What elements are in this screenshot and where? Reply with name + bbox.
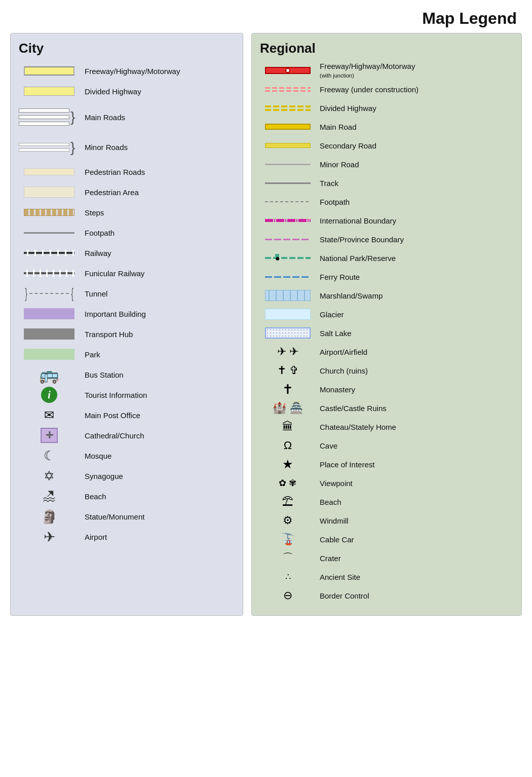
reg-monastery-icon: ✝ [282, 382, 293, 397]
list-item: Freeway/Highway/Motorway [19, 61, 235, 81]
important-building-icon [24, 308, 74, 319]
bus-icon: 🚌 [34, 365, 64, 384]
reg-place-interest-label: Place of Interest [316, 460, 374, 469]
list-item: ✝ ✞ Church (ruins) [260, 361, 513, 380]
reg-freeway-construction-symbol [260, 87, 316, 92]
reg-main-road-icon [265, 124, 311, 130]
reg-church-symbol: ✝ ✞ [260, 364, 316, 377]
reg-glacier-symbol [260, 309, 316, 320]
reg-freeway-icon [265, 67, 311, 74]
list-item: International Boundary [260, 211, 513, 230]
reg-border-control-icon: ⊖ [283, 589, 292, 602]
reg-star-symbol: ★ [260, 457, 316, 471]
reg-freeway-symbol [260, 67, 316, 74]
reg-intl-boundary-label: International Boundary [316, 216, 396, 225]
reg-chateau-label: Chateau/Stately Home [316, 423, 396, 431]
list-item: Track [260, 174, 513, 192]
reg-track-symbol [260, 182, 316, 184]
reg-divided-symbol [260, 105, 316, 111]
list-item: 🏖 Beach [19, 487, 235, 506]
reg-national-park-symbol: ● [260, 254, 316, 262]
footpath-icon [24, 232, 74, 234]
railway-symbol [19, 250, 80, 256]
reg-main-road-symbol [260, 124, 316, 130]
reg-divided-label: Divided Highway [316, 104, 376, 113]
list-item: Main Road [260, 118, 513, 136]
transport-hub-label: Transport Hub [80, 330, 133, 339]
reg-windmill-icon: ⚙ [283, 514, 293, 527]
list-item: ✿ ✾ Viewpoint [260, 474, 513, 492]
reg-chateau-icon: 🏛 [282, 420, 293, 433]
reg-track-icon [265, 182, 311, 184]
reg-castle-label: Castle/Castle Ruins [316, 404, 387, 413]
pedestrian-area-symbol [19, 187, 80, 198]
railway-label: Railway [80, 249, 111, 257]
list-item: Secondary Road [260, 136, 513, 155]
list-item: ★ Place of Interest [260, 455, 513, 473]
reg-freeway-construction-icon [265, 87, 311, 92]
park-label: Park [80, 350, 100, 359]
minor-roads-symbol: } [19, 140, 80, 155]
list-item: Transport Hub [19, 324, 235, 344]
list-item: Funicular Railway [19, 264, 235, 283]
reg-footpath-label: Footpath [316, 198, 350, 206]
reg-marshland-icon [265, 290, 311, 301]
reg-ancient-site-label: Ancient Site [316, 573, 360, 581]
regional-heading: Regional [260, 41, 513, 56]
pedestrian-area-icon [24, 187, 74, 198]
cathedral-icon: ✛ [41, 428, 58, 443]
list-item: ⚙ Windmill [260, 511, 513, 530]
reg-ferry-label: Ferry Route [316, 273, 360, 281]
reg-salt-lake-label: Salt Lake [316, 329, 352, 338]
reg-glacier-label: Glacier [316, 310, 344, 319]
reg-main-road-label: Main Road [316, 123, 357, 131]
list-item: Minor Road [260, 155, 513, 173]
reg-beach-symbol: ⛱ [260, 495, 316, 508]
reg-freeway-label: Freeway/Highway/Motorway (with junction) [316, 62, 415, 79]
reg-secondary-road-symbol [260, 143, 316, 148]
post-office-label: Main Post Office [80, 411, 140, 420]
reg-minor-road-label: Minor Road [316, 160, 359, 169]
beach-icon: 🏖 [34, 489, 64, 504]
reg-cave-symbol: Ω [260, 439, 316, 452]
list-item: Railway [19, 243, 235, 263]
list-item: 🚡 Cable Car [260, 530, 513, 548]
list-item: ✡ Synagogue [19, 466, 235, 486]
airport-label: Airport [80, 533, 107, 541]
reg-cave-label: Cave [316, 441, 337, 450]
list-item: 🏰 🏯 Castle/Castle Ruins [260, 399, 513, 417]
bus-station-label: Bus Station [80, 371, 124, 379]
pedestrian-road-icon [24, 168, 74, 175]
tunnel-label: Tunnel [80, 289, 107, 298]
list-item: Divided Highway [260, 99, 513, 117]
list-item: Salt Lake [260, 324, 513, 342]
tunnel-icon: } } [24, 288, 74, 299]
list-item: Pedestrian Area [19, 182, 235, 202]
reg-national-park-icon: ● [265, 254, 311, 262]
reg-beach-icon: ⛱ [282, 495, 293, 508]
airport-symbol: ✈ [19, 529, 80, 545]
freeway-label: Freeway/Highway/Motorway [80, 67, 180, 76]
reg-intl-boundary-icon [265, 219, 311, 222]
regional-column: Regional Freeway/Highway/Motorway (with … [251, 33, 522, 616]
reg-minor-road-icon [265, 164, 311, 165]
list-item: } Main Roads [19, 102, 235, 132]
list-item: ✛ Cathedral/Church [19, 426, 235, 445]
list-item: Glacier [260, 305, 513, 323]
main-roads-icon: } [19, 108, 80, 126]
list-item: 🗿 Statue/Monument [19, 507, 235, 526]
mosque-icon: ☾ [34, 448, 64, 464]
reg-ancient-site-icon: ∴ [285, 571, 291, 582]
reg-ferry-symbol [260, 276, 316, 278]
list-item: Freeway/Highway/Motorway (with junction) [260, 61, 513, 80]
beach-symbol: 🏖 [19, 489, 80, 504]
reg-marshland-symbol [260, 290, 316, 301]
steps-icon [24, 209, 74, 216]
funicular-icon [24, 270, 74, 277]
reg-cable-car-icon: 🚡 [281, 533, 295, 546]
tourist-info-symbol: i [19, 387, 80, 403]
list-item: Important Building [19, 304, 235, 323]
reg-marshland-label: Marshland/Swamp [316, 291, 383, 300]
list-item: ∴ Ancient Site [260, 568, 513, 586]
park-icon [24, 349, 74, 360]
